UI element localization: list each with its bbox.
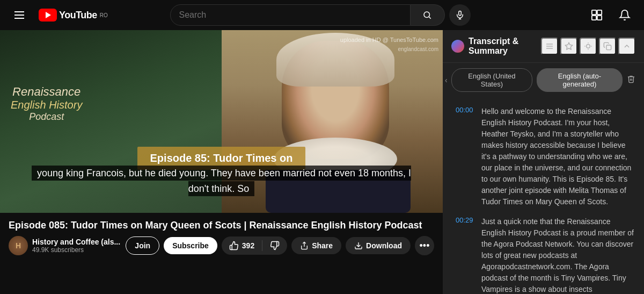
thumbs-up-icon — [229, 241, 239, 250]
copy-icon — [603, 42, 612, 51]
search-input[interactable] — [179, 10, 401, 20]
svg-point-15 — [587, 45, 590, 48]
channel-row: H History and Coffee (als... 49.9K subsc… — [9, 236, 434, 255]
podcast-title-overlay: Renaissance English History Podcast — [11, 85, 82, 123]
hamburger-button[interactable] — [9, 4, 30, 26]
star-icon — [584, 42, 592, 51]
hamburger-icon — [14, 11, 24, 19]
transcript-title: Transcript & Summary — [469, 37, 537, 56]
share-button[interactable]: Share — [291, 237, 341, 254]
gemini-icon — [451, 40, 464, 53]
url-overlay: englandcast.com — [398, 46, 438, 52]
delete-transcript-button[interactable] — [627, 75, 635, 85]
like-count: 392 — [242, 241, 254, 250]
channel-info: History and Coffee (als... 49.9K subscri… — [32, 238, 121, 254]
youtube-wordmark: YouTube — [59, 10, 97, 21]
hd-overlay: uploaded in HD @ TunesToTube.com — [340, 37, 438, 43]
notification-icon — [619, 9, 631, 21]
transcript-text-0: Hello and welcome to the Renaissance Eng… — [481, 106, 635, 207]
subtitles-bar: young king Francois, but he died young. … — [0, 162, 443, 200]
youtube-logo[interactable]: YouTube RO — [39, 9, 108, 21]
transcript-panel: Transcript & Summary — [443, 30, 644, 294]
download-icon — [354, 241, 363, 250]
svg-rect-5 — [592, 10, 596, 15]
chevron-up-icon — [623, 42, 631, 51]
search-bar — [170, 4, 471, 26]
channel-avatar[interactable]: H — [9, 236, 28, 255]
svg-marker-14 — [565, 42, 572, 49]
create-icon — [591, 9, 603, 21]
transcript-entry-1: 00:29 Just a quick note that the Renaiss… — [443, 212, 644, 294]
video-section: Renaissance English History Podcast uplo… — [0, 30, 443, 294]
channel-name[interactable]: History and Coffee (als... — [32, 238, 121, 246]
transcript-star-button[interactable] — [580, 38, 597, 55]
video-info: Episode 085: Tudor Times on Mary Queen o… — [0, 213, 443, 260]
timestamp-0[interactable]: 00:00 — [456, 106, 475, 114]
lang-tab-auto[interactable]: English (auto-generated) — [537, 68, 623, 92]
search-input-wrapper — [170, 4, 411, 26]
search-icon — [422, 10, 432, 20]
join-button[interactable]: Join — [126, 236, 159, 255]
video-poster: Renaissance English History Podcast uplo… — [0, 30, 443, 213]
like-button[interactable]: 392 — [222, 236, 262, 255]
transcript-list-button[interactable] — [541, 38, 558, 55]
youtube-icon — [39, 9, 57, 21]
list-icon — [545, 42, 554, 51]
podcast-line3: Podcast — [11, 111, 82, 123]
timestamp-1[interactable]: 00:29 — [456, 216, 475, 224]
svg-rect-2 — [458, 11, 461, 16]
avatar-initial: H — [16, 241, 21, 250]
mic-icon — [455, 10, 465, 20]
svg-rect-20 — [606, 45, 611, 50]
svg-rect-7 — [592, 16, 596, 20]
subscribe-button[interactable]: Subscribe — [164, 237, 217, 254]
create-button[interactable] — [586, 4, 608, 26]
svg-rect-8 — [597, 16, 602, 20]
main-content: Renaissance English History Podcast uplo… — [0, 30, 644, 294]
sparkle-icon — [565, 42, 573, 51]
more-button[interactable]: ••• — [415, 236, 434, 255]
country-badge: RO — [100, 12, 108, 18]
transcript-ai-button[interactable] — [560, 38, 577, 55]
search-button[interactable] — [411, 4, 445, 26]
transcript-copy-button[interactable] — [599, 38, 616, 55]
more-icon: ••• — [420, 240, 430, 252]
lang-arrow-left[interactable]: ‹ — [443, 74, 450, 87]
channel-actions: Join Subscribe 392 — [126, 236, 434, 255]
transcript-text-1: Just a quick note that the Renaissance E… — [481, 216, 635, 294]
mic-button[interactable] — [449, 4, 471, 26]
top-navigation: YouTube RO — [0, 0, 644, 30]
notifications-button[interactable] — [614, 4, 635, 26]
dislike-button[interactable] — [262, 236, 287, 255]
like-dislike-group: 392 — [222, 236, 287, 255]
share-icon — [300, 241, 309, 250]
share-label: Share — [312, 241, 333, 250]
podcast-line1: Renaissance — [11, 85, 82, 99]
nav-left: YouTube RO — [9, 4, 108, 26]
transcript-scroll-area[interactable]: 00:00 Hello and welcome to the Renaissan… — [443, 97, 644, 294]
svg-point-0 — [424, 12, 430, 18]
download-label: Download — [366, 241, 402, 250]
video-title: Episode 085: Tudor Times on Mary Queen o… — [9, 219, 434, 232]
podcast-line2: English History — [11, 99, 82, 111]
svg-rect-6 — [597, 10, 602, 15]
video-player[interactable]: Renaissance English History Podcast uplo… — [0, 30, 443, 213]
svg-line-1 — [429, 17, 431, 18]
transcript-entry-0: 00:00 Hello and welcome to the Renaissan… — [443, 102, 644, 212]
language-tabs: ‹ English (United States) English (auto-… — [443, 63, 644, 97]
transcript-header-icons — [541, 38, 635, 55]
trash-icon — [627, 75, 635, 83]
subtitle-text: young king Francois, but he died young. … — [32, 166, 411, 196]
channel-subs: 49.9K subscribers — [32, 246, 121, 254]
transcript-collapse-button[interactable] — [618, 38, 635, 55]
download-button[interactable]: Download — [346, 237, 411, 254]
nav-right — [586, 4, 635, 26]
lang-tab-english-us[interactable]: English (United States) — [451, 68, 532, 92]
transcript-header: Transcript & Summary — [443, 30, 644, 63]
thumbs-down-icon — [270, 241, 280, 250]
